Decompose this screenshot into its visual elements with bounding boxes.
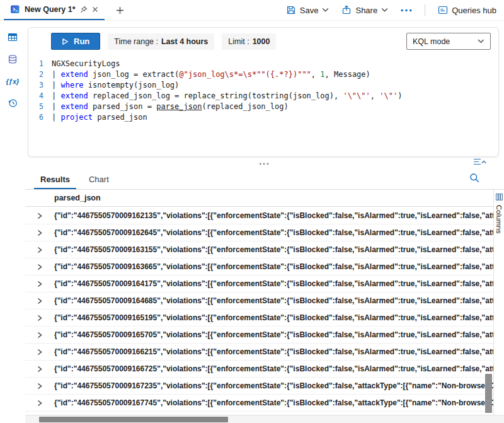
expand-row-icon[interactable] bbox=[25, 315, 54, 322]
toolbar-divider bbox=[425, 4, 425, 16]
code-line[interactable]: 6| project parsed_json bbox=[28, 112, 498, 123]
code-line[interactable]: 1NGXSecurityLogs bbox=[28, 59, 498, 69]
sidebar: {ƒx} bbox=[0, 21, 25, 423]
row-json-text: {"id":"4467550570009164685","violations"… bbox=[54, 296, 493, 305]
query-toolbar: Run Time range : Last 4 hours Limit : 10… bbox=[28, 28, 498, 55]
time-range-label: Time range : bbox=[114, 37, 158, 46]
row-json-text: {"id":"4467550570009167235","violations"… bbox=[54, 381, 493, 390]
expand-row-icon[interactable] bbox=[25, 298, 54, 304]
more-button[interactable] bbox=[401, 9, 412, 12]
expand-row-icon[interactable] bbox=[25, 229, 54, 236]
row-json-text: {"id":"4467550570009166725","violations"… bbox=[54, 364, 493, 373]
share-button[interactable]: Share bbox=[341, 5, 388, 15]
main-area: Run Time range : Last 4 hours Limit : 10… bbox=[25, 21, 504, 423]
results-tabbar: Results Chart bbox=[25, 168, 504, 189]
line-number: 5 bbox=[28, 101, 43, 112]
save-icon bbox=[286, 5, 296, 15]
table-row[interactable]: {"id":"4467550570009165195","violations"… bbox=[25, 310, 493, 327]
time-range-picker[interactable]: Time range : Last 4 hours bbox=[108, 33, 214, 50]
expand-row-icon[interactable] bbox=[25, 383, 54, 390]
expand-row-icon[interactable] bbox=[25, 366, 54, 373]
sidebar-item-functions[interactable]: {ƒx} bbox=[5, 75, 21, 87]
expand-row-icon[interactable] bbox=[25, 281, 54, 287]
code-text: | project parsed_json bbox=[52, 112, 147, 123]
collapse-editor-icon[interactable] bbox=[472, 158, 486, 166]
query-tab[interactable]: New Query 1* bbox=[4, 0, 105, 20]
table-row[interactable]: {"id":"4467550570009162645","violations"… bbox=[25, 224, 493, 241]
limit-label: Limit : bbox=[228, 37, 249, 46]
share-label: Share bbox=[355, 6, 377, 15]
code-line[interactable]: 3| where isnotempty(json_log) bbox=[28, 80, 498, 91]
columns-icon bbox=[496, 194, 503, 200]
row-json-text: {"id":"4467550570009166215","violations"… bbox=[54, 347, 493, 356]
code-line[interactable]: 2| extend json_log = extract(@"json_log\… bbox=[28, 69, 498, 80]
row-json-text: {"id":"4467550570009165705","violations"… bbox=[54, 330, 493, 339]
line-number: 1 bbox=[28, 59, 43, 69]
history-icon bbox=[8, 98, 18, 108]
chevron-down-icon bbox=[478, 39, 484, 43]
kql-mode-value: KQL mode bbox=[413, 37, 450, 46]
table-row[interactable]: {"id":"4467550570009162135","violations"… bbox=[25, 207, 493, 224]
row-json-text: {"id":"4467550570009165195","violations"… bbox=[54, 313, 493, 322]
close-icon[interactable] bbox=[92, 6, 98, 13]
code-line[interactable]: 5| extend parsed_json = parse_json(repla… bbox=[28, 101, 498, 112]
line-number: 4 bbox=[28, 91, 43, 101]
splitter[interactable]: ... bbox=[25, 157, 504, 168]
query-file-icon bbox=[10, 4, 20, 14]
expand-row-icon[interactable] bbox=[25, 332, 54, 339]
play-icon bbox=[62, 38, 69, 45]
table-row[interactable]: {"id":"4467550570009164175","violations"… bbox=[25, 275, 493, 293]
column-header[interactable]: parsed_json bbox=[25, 190, 493, 207]
expand-row-icon[interactable] bbox=[25, 349, 54, 356]
horizontal-scrollbar[interactable] bbox=[25, 415, 504, 423]
horizontal-scrollbar-thumb[interactable] bbox=[39, 417, 228, 422]
queries-hub-button[interactable]: Queries hub bbox=[438, 5, 496, 15]
table-row[interactable]: {"id":"4467550570009166215","violations"… bbox=[25, 344, 493, 361]
run-label: Run bbox=[74, 37, 89, 46]
vertical-scrollbar-thumb[interactable] bbox=[485, 374, 492, 413]
table-row[interactable]: {"id":"4467550570009164685","violations"… bbox=[25, 293, 493, 310]
new-tab-button[interactable] bbox=[113, 4, 127, 17]
code-editor[interactable]: 1NGXSecurityLogs2| extend json_log = ext… bbox=[28, 55, 498, 123]
kql-mode-select[interactable]: KQL mode bbox=[406, 33, 491, 50]
line-number: 6 bbox=[28, 112, 43, 123]
line-number: 2 bbox=[28, 69, 43, 80]
sidebar-item-database[interactable] bbox=[6, 53, 19, 66]
search-icon[interactable] bbox=[469, 173, 480, 183]
table-row[interactable]: {"id":"4467550570009167745","violations"… bbox=[25, 395, 493, 412]
table-row[interactable]: {"id":"4467550570009165705","violations"… bbox=[25, 327, 493, 344]
column-header-label: parsed_json bbox=[54, 194, 101, 202]
sidebar-item-history[interactable] bbox=[6, 96, 20, 110]
expand-row-icon[interactable] bbox=[25, 246, 54, 253]
columns-panel-toggle[interactable]: Columns bbox=[493, 190, 504, 415]
app-root: New Query 1* bbox=[0, 0, 504, 423]
splitter-handle[interactable]: ... bbox=[259, 158, 270, 165]
limit-value: 1000 bbox=[253, 37, 270, 46]
share-icon bbox=[341, 5, 352, 15]
chevron-down-icon bbox=[322, 8, 329, 13]
expand-row-icon[interactable] bbox=[25, 264, 54, 270]
run-button[interactable]: Run bbox=[51, 33, 100, 50]
table-row[interactable]: {"id":"4467550570009166725","violations"… bbox=[25, 361, 493, 378]
table-row[interactable]: {"id":"4467550570009167235","violations"… bbox=[25, 378, 493, 395]
limit-picker[interactable]: Limit : 1000 bbox=[222, 33, 276, 50]
sidebar-item-tables[interactable] bbox=[6, 31, 19, 43]
tab-results[interactable]: Results bbox=[34, 171, 76, 189]
row-json-text: {"id":"4467550570009167745","violations"… bbox=[54, 398, 493, 407]
line-number: 3 bbox=[28, 80, 43, 91]
save-button[interactable]: Save bbox=[286, 5, 329, 15]
row-json-text: {"id":"4467550570009162645","violations"… bbox=[54, 228, 493, 237]
table-row[interactable]: {"id":"4467550570009163665","violations"… bbox=[25, 258, 493, 275]
code-line[interactable]: 4| extend replaced_json_log = replace_st… bbox=[28, 91, 498, 101]
expand-row-icon[interactable] bbox=[25, 400, 54, 407]
database-icon bbox=[8, 54, 18, 64]
table-row[interactable]: {"id":"4467550570009163155","violations"… bbox=[25, 241, 493, 258]
expand-row-icon[interactable] bbox=[25, 212, 54, 219]
pin-icon[interactable] bbox=[80, 6, 88, 13]
tab-chart[interactable]: Chart bbox=[83, 171, 115, 189]
row-json-text: {"id":"4467550570009163155","violations"… bbox=[54, 245, 493, 254]
topbar: New Query 1* bbox=[0, 0, 504, 21]
row-json-text: {"id":"4467550570009164175","violations"… bbox=[54, 279, 493, 288]
code-text: | extend json_log = extract(@"json_log\s… bbox=[52, 69, 370, 80]
topbar-actions: Save Share bbox=[286, 4, 504, 16]
